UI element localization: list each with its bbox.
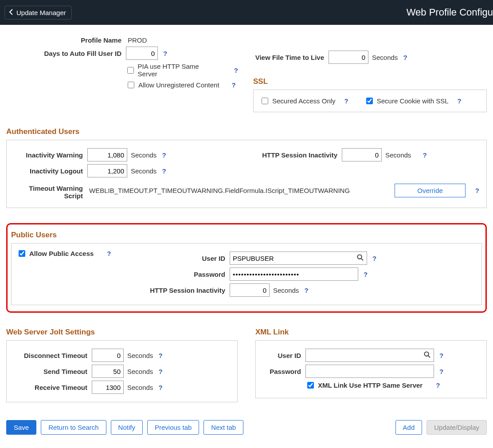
disconnect-label: Disconnect Timeout [12,352,92,359]
secure-cookie-label: Secure Cookie with SSL [377,97,449,105]
help-icon[interactable]: ? [232,67,240,74]
allow-unreg-checkbox[interactable] [128,82,134,88]
public-userid-input[interactable] [230,252,367,265]
seconds-unit: Seconds [273,287,299,294]
jolt-fieldset: Disconnect Timeout Seconds ? Send Timeou… [6,340,238,402]
public-http-session-input[interactable] [230,283,270,297]
ssl-title: SSL [253,77,487,86]
xml-same-server-checkbox[interactable] [307,382,314,389]
view-file-ttl-label: View File Time to Live [253,54,329,61]
allow-public-label: Allow Public Access [29,250,94,257]
help-icon[interactable]: ? [434,381,442,389]
inactivity-warning-label: Inactivity Warning [12,151,87,159]
timeout-script-value: WEBLIB_TIMEOUT.PT_TIMEOUTWARNING.FieldFo… [87,187,350,194]
back-button-label: Update Manager [16,9,66,16]
update-display-button[interactable]: Update/Display [426,420,487,435]
seconds-unit: Seconds [131,151,157,159]
add-button[interactable]: Add [395,420,423,435]
save-button[interactable]: Save [6,420,36,435]
help-icon[interactable]: ? [160,151,168,159]
help-icon[interactable]: ? [230,81,238,89]
inactivity-logout-input[interactable] [87,164,127,177]
help-icon[interactable]: ? [160,167,168,175]
search-icon[interactable] [424,351,430,359]
help-icon[interactable]: ? [401,54,409,61]
svg-line-1 [361,259,363,260]
send-label: Send Timeout [12,368,92,375]
timeout-script-label: Timeout Warning Script [12,184,87,200]
http-session-input[interactable] [342,148,382,161]
profile-name-label: Profile Name [6,36,126,44]
button-bar: Save Return to Search Notify Previous ta… [6,420,487,435]
help-icon[interactable]: ? [157,352,164,359]
seconds-unit: Seconds [127,384,153,391]
help-icon[interactable]: ? [161,50,169,57]
send-input[interactable] [92,365,124,378]
inactivity-logout-label: Inactivity Logout [12,167,87,175]
secured-access-label: Secured Access Only [272,97,336,105]
public-userid-label: User ID [141,255,230,262]
xml-userid-label: User ID [261,352,305,359]
svg-point-2 [424,352,428,356]
chevron-left-icon [8,9,14,16]
help-icon[interactable]: ? [421,151,428,159]
xml-password-input[interactable] [305,365,434,378]
help-icon[interactable]: ? [438,368,445,375]
help-icon[interactable]: ? [362,271,369,278]
public-password-input[interactable] [230,267,358,281]
return-button[interactable]: Return to Search [41,420,106,435]
view-file-ttl-input[interactable] [329,51,368,64]
back-button[interactable]: Update Manager [4,6,72,20]
xml-password-label: Password [261,368,305,375]
previous-tab-button[interactable]: Previous tab [147,420,199,435]
top-bar: Update Manager Web Profile Configu [0,0,493,25]
disconnect-input[interactable] [92,349,124,362]
xml-userid-input[interactable] [305,349,434,362]
ssl-box: Secured Access Only ? Secure Cookie with… [253,90,487,112]
allow-public-checkbox[interactable] [19,250,25,257]
svg-line-3 [428,356,430,358]
public-fieldset: Allow Public Access ? User ID [11,243,482,305]
pia-same-server-label: PIA use HTTP Same Server [138,63,220,78]
next-tab-button[interactable]: Next tab [203,420,243,435]
secure-cookie-checkbox[interactable] [366,98,373,104]
profile-name-value: PROD [126,36,147,44]
xml-title: XML Link [255,328,487,337]
public-title: Public Users [11,231,482,240]
search-icon[interactable] [357,254,364,262]
help-icon[interactable]: ? [438,352,445,359]
seconds-unit: Seconds [131,167,157,175]
receive-label: Receive Timeout [12,384,92,391]
receive-input[interactable] [92,381,124,394]
xml-same-server-label: XML Link Use HTTP Same Server [318,381,423,389]
help-icon[interactable]: ? [473,187,481,194]
help-icon[interactable]: ? [157,368,164,375]
help-icon[interactable]: ? [456,97,463,105]
secured-access-checkbox[interactable] [262,98,268,104]
seconds-unit: Seconds [372,54,398,61]
http-session-label: HTTP Session Inactivity [253,151,342,159]
days-autofill-label: Days to Auto Fill User ID [6,50,126,57]
inactivity-warning-input[interactable] [87,148,127,161]
auth-fieldset: Inactivity Warning Seconds ? Inactivity … [6,140,487,208]
page-title: Web Profile Configu [407,7,493,18]
help-icon[interactable]: ? [157,384,164,391]
pia-same-server-checkbox[interactable] [127,67,134,74]
seconds-unit: Seconds [385,151,411,159]
seconds-unit: Seconds [127,352,153,359]
allow-unreg-label: Allow Unregistered Content [138,81,219,89]
svg-point-0 [357,255,361,259]
public-password-label: Password [141,271,230,278]
seconds-unit: Seconds [127,368,153,375]
notify-button[interactable]: Notify [111,420,143,435]
public-users-highlight: Public Users Allow Public Access ? User … [6,223,487,313]
help-icon[interactable]: ? [371,255,378,262]
override-button[interactable]: Override [395,184,466,197]
help-icon[interactable]: ? [302,287,310,294]
jolt-title: Web Server Jolt Settings [6,328,238,337]
help-icon[interactable]: ? [105,250,113,257]
days-autofill-input[interactable] [126,47,158,60]
help-icon[interactable]: ? [343,97,350,105]
auth-title: Authenticated Users [6,127,487,136]
public-http-session-label: HTTP Session Inactivity [141,287,230,294]
